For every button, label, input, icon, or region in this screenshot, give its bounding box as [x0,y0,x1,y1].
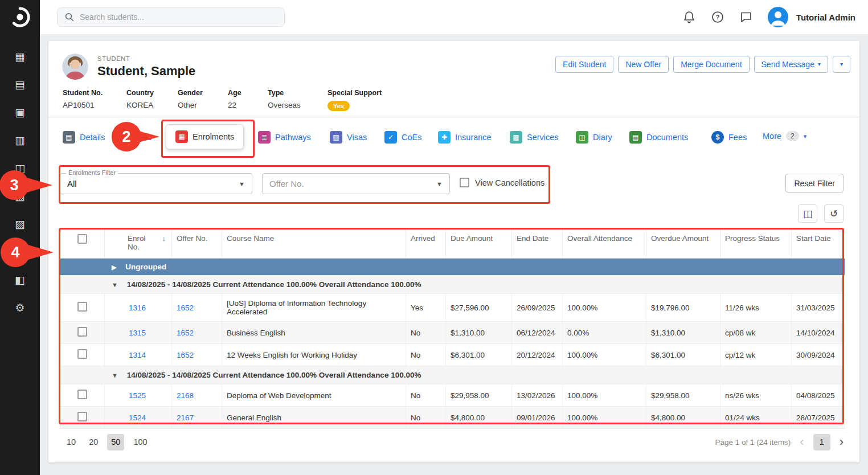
app-logo[interactable] [0,0,40,34]
refresh-history-icon[interactable]: ↺ [824,204,844,223]
notifications-bell-icon[interactable] [682,10,696,24]
dashboard-icon[interactable]: ▦ [0,50,40,64]
enrol-no-link[interactable]: 1525 [129,391,146,400]
column-header-arrived[interactable]: Arrived [406,229,446,259]
offers-stack-icon[interactable]: ▣ [0,106,40,120]
view-cancellations-checkbox[interactable] [460,178,469,187]
annotation-step-3: 3 [0,170,29,200]
column-chooser-icon[interactable]: ◫ [798,204,817,223]
group-row-ungrouped[interactable]: ▶ Ungrouped [60,259,845,276]
enrol-no-link[interactable]: 1524 [129,413,146,422]
enrol-no-link[interactable]: 1315 [129,329,146,337]
row-checkbox[interactable] [77,349,87,359]
student-avatar[interactable] [62,54,88,80]
tab-more[interactable]: More 2 ▾ [763,131,806,141]
reset-filter-button[interactable]: Reset Filter [785,174,844,193]
students-icon[interactable]: ▤ [0,78,40,92]
tab-visas[interactable]: ▥ Visas [330,131,367,144]
column-header-overdue-amount[interactable]: Overdue Amount [646,229,720,259]
collapse-down-icon[interactable]: ▼ [112,372,118,379]
tab-pathways[interactable]: ≣ Pathways [258,131,311,144]
column-header-due-amount[interactable]: Due Amount [446,229,512,259]
user-menu[interactable]: Tutorial Admin [768,7,855,27]
offer-no-link[interactable]: 1652 [177,351,194,359]
tab-enrolments[interactable]: ▦ Enrolments [166,124,244,149]
tab-services[interactable]: ▩ Services [510,131,559,144]
help-icon[interactable]: ? [711,10,724,24]
edit-student-button[interactable]: Edit Student [555,56,613,73]
search-input[interactable] [80,13,268,22]
merge-document-button[interactable]: Merge Document [673,56,749,73]
search-icon [64,12,75,22]
view-cancellations-toggle[interactable]: View Cancellations [460,178,544,187]
column-header-offer-no[interactable]: Offer No. [172,229,222,259]
student-info-row: Student No. AP10501 Country KOREA Gender… [63,89,382,111]
settings-icon[interactable]: ⚙ [0,301,40,315]
sort-descending-icon[interactable]: ↓ [162,234,166,243]
offer-no-link[interactable]: 2167 [177,413,194,422]
attendance-cell: 100.00% [563,407,646,429]
page-size-50[interactable]: 50 [107,434,124,451]
course-name-cell: [UoS] Diploma of Information Technology … [222,294,406,322]
prev-page-icon[interactable]: ‹ [800,436,804,448]
tab-diary[interactable]: ◫ Diary [576,131,612,144]
row-checkbox[interactable] [77,390,87,399]
new-offer-button[interactable]: New Offer [618,56,669,73]
pagination-bar: 10 20 50 100 Page 1 of 1 (24 items) ‹ 1 … [63,433,844,451]
offer-no-link[interactable]: 1652 [177,329,194,337]
expand-right-icon[interactable]: ▶ [112,264,116,271]
table-row[interactable]: 1524 2167 General English No $4,800.00 0… [60,407,845,429]
row-checkbox[interactable] [77,302,87,312]
next-page-icon[interactable]: › [840,436,844,448]
row-checkbox[interactable] [77,412,87,421]
column-header-overall-attendance[interactable]: Overall Attendance [563,229,646,259]
column-header-start-date[interactable]: Start Date [792,229,845,259]
table-row[interactable]: 1315 1652 Business English No $1,310.00 … [60,322,845,344]
offer-no-select[interactable]: Offer No. ▼ [262,173,450,194]
group-caption-row[interactable]: ▼ 14/08/2025 - 14/08/2025 Current Attend… [60,366,845,384]
enrolments-grid-icon[interactable]: ▥ [0,134,40,148]
column-header-progress-status[interactable]: Progress Status [720,229,792,259]
organisation-icon[interactable]: ◧ [0,273,40,287]
table-row[interactable]: 1525 2168 Deploma of Web Development No … [60,384,845,407]
send-message-button[interactable]: Send Message ▾ [754,56,828,73]
column-header-enrol-no[interactable]: Enrol No. [128,234,154,251]
student-actions: Edit Student New Offer Merge Document Se… [555,56,850,73]
offer-no-link[interactable]: 2168 [177,391,194,400]
current-page-button[interactable]: 1 [813,434,830,451]
tab-details[interactable]: ▤ Details [63,131,105,144]
insurance-shield-icon: ✚ [438,131,451,144]
tab-fees[interactable]: $ Fees [711,131,747,144]
select-all-checkbox[interactable] [77,234,87,244]
enrolments-filter-select[interactable]: Enrolments Filter All ▼ [60,173,252,194]
course-name-cell: Business English [222,322,406,344]
page-size-20[interactable]: 20 [85,434,102,451]
overdue-amount-cell: $29,958.00 [646,384,720,407]
page-size-10[interactable]: 10 [63,434,80,451]
group-caption-row[interactable]: ▼ 14/08/2025 - 14/08/2025 Current Attend… [60,276,845,294]
collapse-down-icon[interactable]: ▼ [112,281,118,288]
services-briefcase-icon[interactable]: ▨ [0,218,40,231]
chat-icon[interactable] [739,10,753,24]
app-window: ▦ ▤ ▣ ▥ ◫ ▧ ▨ ▩ ◧ ⚙ ? [0,0,868,475]
end-date-cell: 09/01/2026 [512,407,563,429]
enrol-no-link[interactable]: 1314 [129,351,146,359]
page-size-100[interactable]: 100 [129,434,151,451]
table-row[interactable]: 1316 1652 [UoS] Diploma of Information T… [60,294,845,322]
more-actions-button[interactable]: ▾ [833,56,850,73]
course-name-cell: Deploma of Web Development [222,384,406,407]
offer-no-link[interactable]: 1652 [177,304,194,312]
tab-documents[interactable]: ▤ Documents [629,131,688,144]
column-header-course-name[interactable]: Course Name [222,229,406,259]
row-checkbox[interactable] [77,327,87,337]
end-date-cell: 26/09/2025 [512,294,563,322]
annotation-arrow-3 [25,177,52,193]
tab-coes[interactable]: ✓ CoEs [384,131,421,144]
tab-insurance[interactable]: ✚ Insurance [438,131,492,144]
svg-text:?: ? [715,14,719,21]
table-row[interactable]: 1314 1652 12 Weeks English for Working H… [60,344,845,366]
view-cancellations-label: View Cancellations [475,178,544,187]
column-header-end-date[interactable]: End Date [512,229,563,259]
search-box[interactable] [57,7,285,27]
enrol-no-link[interactable]: 1316 [129,304,146,312]
